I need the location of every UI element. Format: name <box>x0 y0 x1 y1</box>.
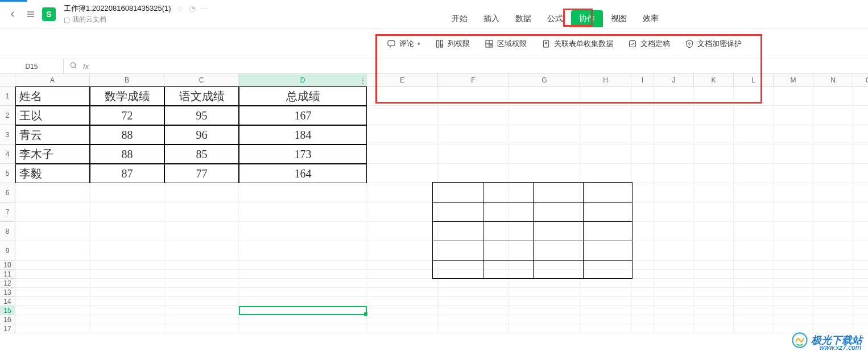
cell-L3[interactable] <box>734 125 774 144</box>
cell-D17[interactable] <box>239 324 367 333</box>
row-header-3[interactable]: 3 <box>0 125 15 144</box>
cell-C2[interactable]: 95 <box>164 106 239 125</box>
cell-A15[interactable] <box>15 306 90 315</box>
cell-O13[interactable] <box>853 288 868 297</box>
cell-L11[interactable] <box>734 270 774 279</box>
cell-M16[interactable] <box>774 315 813 324</box>
cell-I6[interactable] <box>631 183 654 203</box>
cell-H1[interactable] <box>580 86 631 106</box>
cell-N12[interactable] <box>813 279 853 288</box>
cell-J4[interactable] <box>654 144 694 164</box>
cell-E10[interactable] <box>367 261 438 270</box>
cell-A5[interactable]: 李毅 <box>15 164 90 183</box>
cell-E14[interactable] <box>367 297 438 306</box>
cell-D6[interactable] <box>239 183 367 203</box>
cell-D10[interactable] <box>239 261 367 270</box>
cell-B8[interactable] <box>90 222 164 241</box>
cell-J13[interactable] <box>654 288 694 297</box>
cell-L8[interactable] <box>734 222 774 241</box>
row-header-11[interactable]: 11 <box>0 270 15 279</box>
cell-E15[interactable] <box>367 306 438 315</box>
cell-M4[interactable] <box>774 144 813 164</box>
cell-L4[interactable] <box>734 144 774 164</box>
cell-E12[interactable] <box>367 279 438 288</box>
cell-L10[interactable] <box>734 261 774 270</box>
cell-C12[interactable] <box>164 279 239 288</box>
cell-K8[interactable] <box>694 222 734 241</box>
cell-J3[interactable] <box>654 125 694 144</box>
cell-K12[interactable] <box>694 279 734 288</box>
cell-I16[interactable] <box>631 315 654 324</box>
cloud-sync-icon[interactable]: ◔ <box>189 4 196 13</box>
column-header-G[interactable]: G <box>509 74 580 86</box>
cell-N2[interactable] <box>813 106 853 125</box>
cell-I10[interactable] <box>631 261 654 270</box>
cell-A11[interactable] <box>15 270 90 279</box>
cell-L9[interactable] <box>734 241 774 261</box>
cell-H2[interactable] <box>580 106 631 125</box>
cell-A7[interactable] <box>15 203 90 222</box>
row-header-14[interactable]: 14 <box>0 297 15 306</box>
cell-G5[interactable] <box>509 164 580 183</box>
cell-A2[interactable]: 王以 <box>15 106 90 125</box>
cell-O7[interactable] <box>853 203 868 222</box>
cell-I13[interactable] <box>631 288 654 297</box>
column-header-E[interactable]: E <box>367 74 438 86</box>
cell-K16[interactable] <box>694 315 734 324</box>
menu-tab-数据[interactable]: 数据 <box>507 10 539 27</box>
cell-K4[interactable] <box>694 144 734 164</box>
cell-J12[interactable] <box>654 279 694 288</box>
cell-N14[interactable] <box>813 297 853 306</box>
menu-tab-插入[interactable]: 插入 <box>476 10 507 27</box>
cell-A1[interactable]: 姓名 <box>15 86 90 106</box>
cell-G3[interactable] <box>509 125 580 144</box>
cell-I1[interactable] <box>631 86 654 106</box>
cell-N8[interactable] <box>813 222 853 241</box>
cell-J1[interactable] <box>654 86 694 106</box>
cell-M10[interactable] <box>774 261 813 270</box>
cell-D7[interactable] <box>239 203 367 222</box>
row-header-17[interactable]: 17 <box>0 324 15 333</box>
cell-B5[interactable]: 87 <box>90 164 164 183</box>
cell-J6[interactable] <box>654 183 694 203</box>
cell-E4[interactable] <box>367 144 438 164</box>
cell-G16[interactable] <box>509 315 580 324</box>
cell-M15[interactable] <box>774 306 813 315</box>
cell-O2[interactable] <box>853 106 868 125</box>
cell-D9[interactable] <box>239 241 367 261</box>
star-icon[interactable]: ☆ <box>177 4 184 13</box>
cell-H12[interactable] <box>580 279 631 288</box>
cell-M9[interactable] <box>774 241 813 261</box>
cell-G17[interactable] <box>509 324 580 333</box>
cell-G13[interactable] <box>509 288 580 297</box>
cell-O1[interactable] <box>853 86 868 106</box>
menu-tab-开始[interactable]: 开始 <box>444 10 476 27</box>
column-header-A[interactable]: A <box>15 74 90 86</box>
row-header-4[interactable]: 4 <box>0 144 15 164</box>
cell-F4[interactable] <box>438 144 509 164</box>
cell-L16[interactable] <box>734 315 774 324</box>
cell-L6[interactable] <box>734 183 774 203</box>
column-header-D[interactable]: D <box>239 74 367 86</box>
column-header-F[interactable]: F <box>438 74 509 86</box>
cell-C10[interactable] <box>164 261 239 270</box>
cell-E16[interactable] <box>367 315 438 324</box>
cell-E5[interactable] <box>367 164 438 183</box>
cell-B4[interactable]: 88 <box>90 144 164 164</box>
row-header-9[interactable]: 9 <box>0 241 15 261</box>
cell-I17[interactable] <box>631 324 654 333</box>
cell-L12[interactable] <box>734 279 774 288</box>
cell-D11[interactable] <box>239 270 367 279</box>
row-header-10[interactable]: 10 <box>0 261 15 270</box>
cell-M14[interactable] <box>774 297 813 306</box>
cell-I8[interactable] <box>631 222 654 241</box>
cell-K6[interactable] <box>694 183 734 203</box>
cell-C11[interactable] <box>164 270 239 279</box>
column-header-I[interactable]: I <box>631 74 654 86</box>
cell-J9[interactable] <box>654 241 694 261</box>
cell-G2[interactable] <box>509 106 580 125</box>
cell-F3[interactable] <box>438 125 509 144</box>
column-permission-button[interactable]: 列权限 <box>435 39 470 49</box>
row-header-2[interactable]: 2 <box>0 106 15 125</box>
cell-J8[interactable] <box>654 222 694 241</box>
